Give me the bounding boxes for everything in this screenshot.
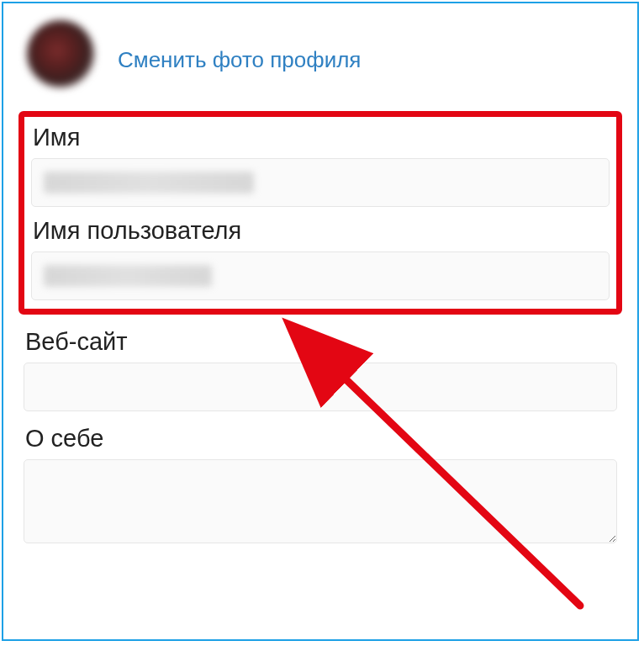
website-field-group: Веб-сайт: [18, 328, 622, 411]
name-label: Имя: [31, 124, 610, 151]
highlighted-fields: Имя Имя пользователя: [18, 111, 622, 315]
blurred-name-value: [44, 172, 254, 193]
change-photo-link[interactable]: Сменить фото профиля: [118, 47, 361, 73]
username-field-group: Имя пользователя: [31, 217, 610, 300]
username-label: Имя пользователя: [31, 217, 610, 245]
bio-textarea[interactable]: [24, 459, 617, 543]
blurred-username-value: [44, 265, 212, 287]
avatar[interactable]: [27, 20, 94, 87]
bio-label: О себе: [24, 425, 617, 453]
name-field-group: Имя: [31, 124, 610, 207]
name-input[interactable]: [31, 158, 610, 207]
website-input[interactable]: [24, 363, 617, 411]
username-input[interactable]: [31, 252, 610, 300]
profile-edit-form: Сменить фото профиля Имя Имя пользовател…: [2, 2, 639, 641]
bio-field-group: О себе: [18, 425, 622, 547]
website-label: Веб-сайт: [24, 328, 617, 356]
profile-header: Сменить фото профиля: [18, 20, 622, 87]
